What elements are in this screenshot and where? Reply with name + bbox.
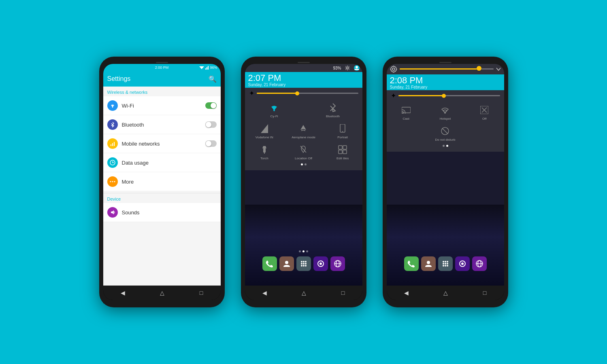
quick-tiles-expanded-3: Cast Hotspot Off xyxy=(387,101,504,122)
mobile-toggle[interactable] xyxy=(205,140,217,147)
wifi-tile-label: Cy-Fi xyxy=(270,114,278,118)
panel-top-3 xyxy=(387,64,504,74)
media-app-icon[interactable] xyxy=(313,256,328,271)
contacts-app-icon[interactable] xyxy=(279,256,294,271)
apps-icon[interactable] xyxy=(296,256,311,271)
sounds-icon xyxy=(107,207,118,218)
panel-dots-3 xyxy=(387,143,504,148)
svg-point-35 xyxy=(342,131,343,132)
bluetooth-toggle[interactable] xyxy=(205,121,217,128)
svg-point-59 xyxy=(391,66,396,72)
svg-point-52 xyxy=(445,265,446,267)
brightness-fill-3 xyxy=(400,68,479,70)
off-tile[interactable]: Off xyxy=(465,101,504,122)
nav-bar-1: ◀ △ □ xyxy=(103,286,221,300)
edit-tiles-tile[interactable]: Edit tiles xyxy=(323,141,362,162)
settings-item-wifi[interactable]: Wi-Fi xyxy=(103,96,221,115)
off-label: Off xyxy=(482,117,487,121)
brightness-thumb-3[interactable] xyxy=(477,66,481,71)
torch-label: Torch xyxy=(260,157,268,160)
off-icon xyxy=(479,104,490,116)
dot xyxy=(301,163,303,165)
svg-point-46 xyxy=(445,261,446,262)
portrait-tile[interactable]: Portrait xyxy=(323,120,362,141)
more-label: More xyxy=(122,179,217,185)
airplane-tile[interactable]: Aeroplane mode xyxy=(284,120,323,141)
dot xyxy=(446,145,448,147)
notif-time-2: 2:07 PM xyxy=(248,74,359,83)
data-usage-icon xyxy=(107,157,118,168)
signal-tile-icon xyxy=(259,123,270,134)
settings-item-data[interactable]: Data usage xyxy=(103,153,221,172)
svg-point-25 xyxy=(319,262,322,265)
wifi-tile[interactable]: Cy-Fi xyxy=(245,99,304,120)
wireless-section-label: Wireless & networks xyxy=(103,87,221,96)
panel-dots-2 xyxy=(245,162,362,167)
phone-3: 2:08 PM Sunday, 21 February ✦ xyxy=(383,57,508,307)
torch-tile[interactable]: Torch xyxy=(245,141,284,162)
brightness-icon-2: ✦ xyxy=(249,89,254,97)
browser-app-icon-3[interactable] xyxy=(472,256,487,271)
home-button-3[interactable]: △ xyxy=(443,290,448,296)
brightness-bar-2[interactable] xyxy=(257,93,358,94)
settings-item-more[interactable]: More xyxy=(103,172,221,191)
svg-point-14 xyxy=(285,261,288,264)
recents-button-3[interactable]: □ xyxy=(483,290,486,296)
back-button-3[interactable]: ◀ xyxy=(404,290,409,296)
back-button-2[interactable]: ◀ xyxy=(262,290,267,296)
nav-bar-2: ◀ △ □ xyxy=(245,286,362,300)
location-tile[interactable]: Location Off xyxy=(284,141,323,162)
contacts-app-icon-3[interactable] xyxy=(421,256,436,271)
svg-point-53 xyxy=(447,265,448,267)
dot xyxy=(305,163,307,165)
phone-app-icon[interactable] xyxy=(262,256,277,271)
hotspot-tile[interactable]: Hotspot xyxy=(426,101,465,122)
svg-point-44 xyxy=(427,261,430,264)
svg-point-16 xyxy=(303,261,305,262)
data-usage-label: Data usage xyxy=(122,160,217,166)
svg-point-32 xyxy=(273,110,275,111)
brightness-bar-3[interactable] xyxy=(398,95,500,96)
media-app-icon-3[interactable] xyxy=(455,256,470,271)
battery-notif-2: 93% xyxy=(333,66,341,70)
quick-tiles-expanded2-3: Do not disturb xyxy=(387,122,504,143)
recents-button-2[interactable]: □ xyxy=(341,290,345,296)
dock-2 xyxy=(245,249,362,271)
wifi-toggle[interactable] xyxy=(205,102,217,109)
recents-button-1[interactable]: □ xyxy=(200,290,203,296)
search-icon[interactable]: 🔍 xyxy=(209,75,217,83)
settings-item-sounds[interactable]: Sounds xyxy=(103,203,221,222)
home-button-2[interactable]: △ xyxy=(302,290,306,296)
svg-point-22 xyxy=(303,265,305,267)
settings-notif-icon[interactable] xyxy=(345,65,350,71)
svg-rect-42 xyxy=(339,150,342,154)
back-button-1[interactable]: ◀ xyxy=(121,290,125,296)
apps-icon-3[interactable] xyxy=(438,256,453,271)
notif-date-3: Sunday, 21 February xyxy=(390,85,501,89)
signal-tile[interactable]: Vodafone IN xyxy=(245,120,284,141)
battery-text-1: 96% xyxy=(210,66,217,70)
bluetooth-tile[interactable]: Bluetooth xyxy=(304,99,362,120)
dnd-label: Do not disturb xyxy=(435,138,456,142)
svg-rect-4 xyxy=(208,66,209,70)
cast-tile[interactable]: Cast xyxy=(387,101,426,122)
settings-header: Settings 🔍 xyxy=(103,71,221,87)
notif-header-3: 2:08 PM Sunday, 21 February xyxy=(387,74,504,90)
wifi-label: Wi-Fi xyxy=(122,103,201,109)
phone-app-icon-3[interactable] xyxy=(404,256,419,271)
browser-app-icon[interactable] xyxy=(330,256,345,271)
chevron-down-icon-3[interactable] xyxy=(496,68,501,71)
svg-point-60 xyxy=(392,68,395,70)
user-notif-icon[interactable] xyxy=(354,65,360,71)
svg-point-15 xyxy=(301,261,302,262)
dnd-tile[interactable]: Do not disturb xyxy=(426,122,465,143)
settings-item-bluetooth[interactable]: Bluetooth xyxy=(103,115,221,134)
settings-item-mobile[interactable]: Mobile networks xyxy=(103,134,221,153)
sounds-label: Sounds xyxy=(122,210,217,216)
phone-1: 2:00 PM 96% Settings 🔍 Wireless & networ… xyxy=(99,57,225,307)
location-tile-icon xyxy=(298,144,309,155)
home-button-1[interactable]: △ xyxy=(160,290,164,296)
hotspot-icon xyxy=(439,104,451,116)
mobile-networks-icon xyxy=(107,138,118,149)
svg-point-19 xyxy=(303,263,305,265)
